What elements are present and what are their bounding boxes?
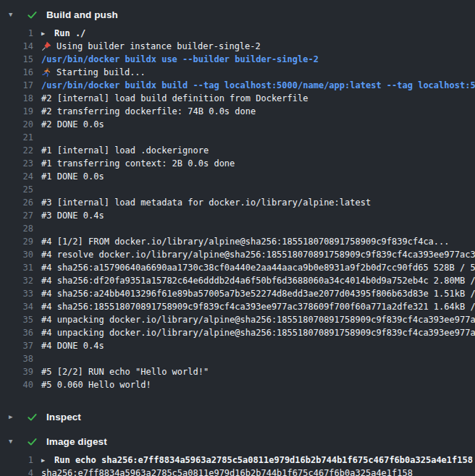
line-content: [33, 352, 41, 365]
line-content: #4 [1/2] FROM docker.io/library/alpine@s…: [33, 235, 450, 248]
line-text: #4 unpacking docker.io/library/alpine@sh…: [41, 326, 475, 339]
section-header-image-digest[interactable]: ▼ Image digest: [0, 433, 475, 449]
line-number[interactable]: 36: [0, 326, 33, 339]
log-line: 31 #4 sha256:a15790640a6690aa1730c38cf0a…: [0, 261, 475, 274]
line-number[interactable]: 34: [0, 300, 33, 313]
line-content: Using builder instance builder-single-2: [33, 40, 261, 53]
line-number[interactable]: 20: [0, 118, 33, 131]
pushpin-icon: [41, 41, 51, 51]
log-line: 39 #5 [2/2] RUN echo "Hello world!": [0, 365, 475, 378]
section-header-inspect[interactable]: ▶ Inspect: [0, 409, 475, 425]
line-text: #4 resolve docker.io/library/alpine@sha2…: [41, 248, 475, 261]
line-number[interactable]: 14: [0, 40, 33, 53]
run-expand-icon[interactable]: ▶: [41, 27, 48, 40]
step-image-digest: ▼ Image digest 1 ▶Run echo sha256:e7ff88…: [0, 433, 475, 476]
section-title: Inspect: [46, 412, 81, 422]
line-text: #4 sha256:a15790640a6690aa1730c38cf0a440…: [41, 261, 475, 274]
section-log-lines: 1 ▶Run echo sha256:e7ff8834a5963a2785c5a…: [0, 454, 475, 476]
log-line: 36 #4 unpacking docker.io/library/alpine…: [0, 326, 475, 339]
line-text: #1 DONE 0.0s: [41, 170, 104, 183]
chevron-down-icon[interactable]: ▼: [9, 11, 18, 18]
line-content: #1 transferring context: 2B 0.0s done: [33, 157, 235, 170]
line-text: Run echo sha256:e7ff8834a5963a2785c5a081…: [54, 454, 473, 467]
line-number[interactable]: 21: [0, 131, 33, 144]
log-line: 4 sha256:e7ff8834a5963a2785c5a0811e979d1…: [0, 467, 475, 476]
log-line: 24 #1 DONE 0.0s: [0, 170, 475, 183]
line-number[interactable]: 29: [0, 235, 33, 248]
log-line: 26 #3 [internal] load metadata for docke…: [0, 196, 475, 209]
section-title: Image digest: [46, 436, 107, 447]
chevron-right-icon[interactable]: ▶: [9, 413, 18, 420]
line-content: [33, 131, 41, 144]
line-number[interactable]: 16: [0, 66, 33, 79]
log-line: 19 #2 transferring dockerfile: 74B 0.0s …: [0, 105, 475, 118]
line-number[interactable]: 35: [0, 313, 33, 326]
line-number[interactable]: 40: [0, 378, 33, 391]
line-number[interactable]: 18: [0, 92, 33, 105]
log-line: 34 #4 sha256:185518070891758909c9f839cf4…: [0, 300, 475, 313]
line-number[interactable]: 33: [0, 287, 33, 300]
log-line: 25: [0, 183, 475, 196]
line-text: #4 [1/2] FROM docker.io/library/alpine@s…: [41, 235, 450, 248]
line-content: Starting build...: [33, 66, 146, 79]
line-number[interactable]: 19: [0, 105, 33, 118]
line-text: /usr/bin/docker buildx build --tag local…: [41, 79, 475, 92]
log-line: 23 #1 transferring context: 2B 0.0s done: [0, 157, 475, 170]
line-number[interactable]: 27: [0, 209, 33, 222]
line-text: /usr/bin/docker buildx use --builder bui…: [41, 53, 319, 66]
line-content: #3 [internal] load metadata for docker.i…: [33, 196, 371, 209]
line-content: #2 transferring dockerfile: 74B 0.0s don…: [33, 105, 256, 118]
log-line: 27 #3 DONE 0.4s: [0, 209, 475, 222]
line-number[interactable]: 30: [0, 248, 33, 261]
line-number[interactable]: 1: [0, 454, 33, 467]
line-number[interactable]: 28: [0, 222, 33, 235]
line-number[interactable]: 15: [0, 53, 33, 66]
log-line: 18 #2 [internal] load build definition f…: [0, 92, 475, 105]
log-line: 37 #4 DONE 0.4s: [0, 339, 475, 352]
line-number[interactable]: 4: [0, 467, 33, 476]
line-content: [33, 222, 41, 235]
line-number[interactable]: 1: [0, 27, 33, 40]
line-text: #4 sha256:df20fa9351a15782c64e6dddb2d4a6…: [41, 274, 475, 287]
log-line: 1 ▶Run ./: [0, 27, 475, 40]
line-number[interactable]: 26: [0, 196, 33, 209]
line-text: #5 [2/2] RUN echo "Hello world!": [41, 365, 209, 378]
log-line: 20 #2 DONE 0.0s: [0, 118, 475, 131]
line-text: #2 [internal] load build definition from…: [41, 92, 308, 105]
check-icon: [26, 435, 38, 447]
line-number[interactable]: 25: [0, 183, 33, 196]
log-line: 15 /usr/bin/docker buildx use --builder …: [0, 53, 475, 66]
workflow-log: ▼ Build and push 1 ▶Run ./ 14 Using buil…: [0, 0, 475, 476]
section-header-build-and-push[interactable]: ▼ Build and push: [0, 7, 475, 22]
line-content: #2 DONE 0.0s: [33, 118, 104, 131]
line-number[interactable]: 39: [0, 365, 33, 378]
log-line: 32 #4 sha256:df20fa9351a15782c64e6dddb2d…: [0, 274, 475, 287]
line-text: #1 [internal] load .dockerignore: [41, 144, 209, 157]
line-number[interactable]: 31: [0, 261, 33, 274]
line-number[interactable]: 22: [0, 144, 33, 157]
line-content: #1 DONE 0.0s: [33, 170, 104, 183]
line-text: #4 unpacking docker.io/library/alpine@sh…: [41, 313, 475, 326]
run-expand-icon[interactable]: ▶: [41, 454, 48, 467]
runner-icon: [41, 67, 51, 77]
line-content: #4 sha256:a15790640a6690aa1730c38cf0a440…: [33, 261, 475, 274]
step-build-and-push: ▼ Build and push 1 ▶Run ./ 14 Using buil…: [0, 7, 475, 391]
log-line: 35 #4 unpacking docker.io/library/alpine…: [0, 313, 475, 326]
line-number[interactable]: 32: [0, 274, 33, 287]
step-inspect: ▶ Inspect: [0, 409, 475, 425]
line-number[interactable]: 24: [0, 170, 33, 183]
line-content: #5 0.060 Hello world!: [33, 378, 151, 391]
line-number[interactable]: 37: [0, 339, 33, 352]
line-text: Using builder instance builder-single-2: [56, 40, 261, 53]
line-content: #4 sha256:a24bb4013296f61e89ba57005a7b3e…: [33, 287, 475, 300]
line-number[interactable]: 23: [0, 157, 33, 170]
chevron-down-icon[interactable]: ▼: [9, 438, 18, 445]
log-line: 30 #4 resolve docker.io/library/alpine@s…: [0, 248, 475, 261]
line-number[interactable]: 38: [0, 352, 33, 365]
line-content: [33, 183, 41, 196]
log-line: 16 Starting build...: [0, 66, 475, 79]
line-content: #4 sha256:185518070891758909c9f839cf4ca3…: [33, 300, 475, 313]
line-content: #4 resolve docker.io/library/alpine@sha2…: [33, 248, 475, 261]
line-number[interactable]: 17: [0, 79, 33, 92]
line-text: #3 DONE 0.4s: [41, 209, 104, 222]
